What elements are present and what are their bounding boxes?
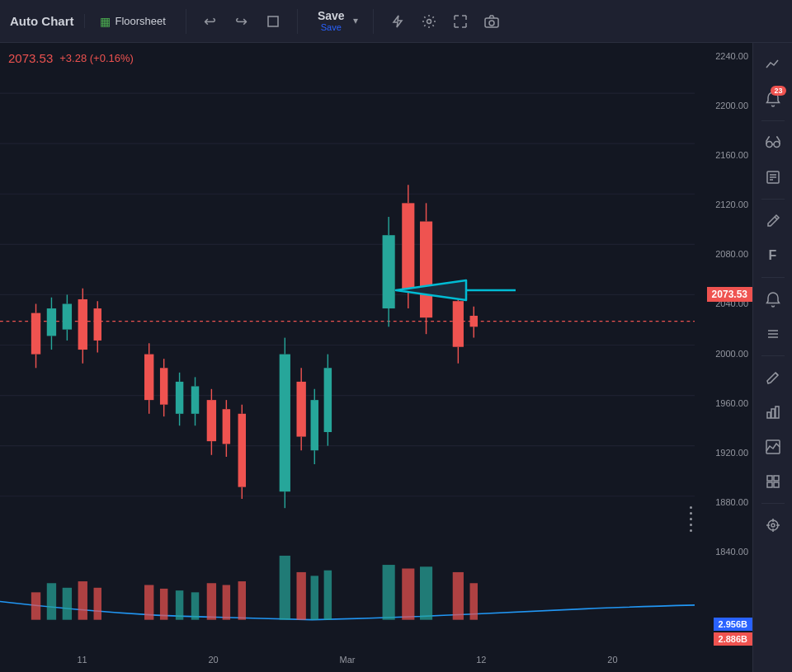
svg-rect-81 — [94, 588, 101, 620]
svg-rect-90 — [297, 572, 306, 620]
svg-rect-80 — [78, 581, 87, 620]
svg-rect-113 — [774, 476, 779, 481]
svg-rect-59 — [324, 368, 332, 432]
flag-icon[interactable]: F — [758, 241, 788, 270]
svg-rect-0 — [268, 16, 278, 26]
svg-rect-26 — [94, 308, 101, 341]
svg-rect-74 — [470, 316, 478, 327]
x-label-11: 11 — [77, 655, 87, 665]
svg-rect-89 — [280, 556, 290, 620]
pen-draw-icon[interactable] — [758, 206, 788, 236]
svg-point-117 — [771, 524, 775, 527]
target-icon[interactable] — [758, 510, 788, 540]
settings-button[interactable] — [417, 9, 441, 34]
svg-rect-32 — [160, 368, 167, 404]
svg-rect-17 — [47, 308, 56, 336]
svg-rect-83 — [160, 589, 167, 620]
svg-rect-93 — [383, 565, 395, 620]
svg-rect-29 — [144, 355, 153, 401]
y-label: 1840.00 — [699, 547, 748, 557]
svg-point-99 — [766, 142, 772, 148]
svg-rect-108 — [767, 412, 771, 418]
notification-badge: 23 — [771, 86, 785, 96]
volume-blue-badge: 2.956B — [714, 618, 752, 631]
sidebar-divider-3 — [761, 277, 785, 278]
y-label: 2160.00 — [699, 150, 748, 160]
newspaper-icon[interactable] — [758, 162, 788, 192]
svg-rect-111 — [766, 440, 780, 453]
y-label: 2120.00 — [699, 200, 748, 209]
svg-rect-47 — [238, 414, 246, 487]
svg-rect-86 — [207, 583, 216, 619]
svg-rect-50 — [280, 355, 290, 492]
svg-rect-91 — [311, 576, 318, 619]
bar-chart-icon[interactable] — [758, 397, 788, 427]
svg-rect-38 — [191, 386, 199, 413]
x-label-mar: Mar — [339, 655, 355, 665]
save-button[interactable]: Save Save — [313, 8, 350, 34]
svg-rect-53 — [297, 382, 306, 437]
price-change: +3.28 (+0.16%) — [59, 52, 134, 64]
expand-button[interactable] — [448, 9, 473, 34]
svg-rect-115 — [774, 482, 779, 487]
y-label: 2240.00 — [699, 51, 748, 61]
svg-rect-56 — [311, 400, 318, 450]
svg-rect-14 — [31, 313, 40, 355]
divider-1 — [186, 9, 186, 34]
undo-button[interactable]: ↩ — [198, 9, 223, 34]
chart-svg — [0, 43, 695, 647]
x-axis: 11 20 Mar 12 20 — [0, 647, 695, 672]
divider-3 — [373, 9, 374, 34]
square-button[interactable] — [261, 9, 285, 34]
x-label-12: 12 — [476, 655, 486, 665]
svg-rect-95 — [420, 566, 432, 619]
current-price: 2073.53 — [8, 51, 53, 65]
camera-button[interactable] — [479, 9, 504, 34]
save-group: Save Save ▾ — [313, 8, 361, 34]
binoculars-icon[interactable] — [758, 128, 788, 157]
x-label-20b: 20 — [607, 655, 617, 665]
floorsheet-tab[interactable]: ▦ Floorsheet — [92, 12, 174, 31]
notification-icon[interactable]: 23 — [758, 84, 788, 114]
arrow-annotation — [388, 272, 520, 313]
svg-rect-97 — [470, 583, 478, 619]
svg-rect-109 — [771, 409, 775, 418]
y-axis-dots — [690, 506, 695, 532]
y-label: 2200.00 — [699, 101, 748, 110]
svg-rect-96 — [453, 572, 464, 620]
y-axis: 2240.00 2200.00 2160.00 2120.00 2080.00 … — [695, 43, 752, 565]
flash-button[interactable] — [385, 9, 410, 34]
x-label-20: 20 — [208, 655, 218, 665]
svg-rect-77 — [31, 592, 40, 619]
grid-icon[interactable] — [758, 467, 788, 496]
edit-icon[interactable] — [758, 363, 788, 392]
divider-2 — [297, 9, 298, 34]
right-sidebar: 23 — [752, 43, 792, 672]
sidebar-divider-2 — [761, 199, 785, 200]
tab-icon: ▦ — [100, 15, 111, 28]
y-label: 1920.00 — [699, 448, 748, 458]
svg-rect-20 — [63, 304, 72, 330]
svg-rect-82 — [144, 585, 153, 619]
sidebar-divider-5 — [761, 503, 785, 504]
redo-button[interactable]: ↪ — [229, 9, 254, 34]
svg-rect-110 — [776, 406, 779, 418]
svg-point-100 — [774, 142, 780, 148]
y-label: 2080.00 — [699, 249, 748, 259]
svg-rect-41 — [207, 400, 216, 441]
layers-icon[interactable] — [758, 319, 788, 349]
svg-rect-85 — [191, 592, 199, 619]
bell-icon[interactable] — [758, 284, 788, 314]
toolbar: Auto Chart ▦ Floorsheet ↩ ↪ Save Save ▾ — [0, 0, 792, 43]
svg-rect-84 — [176, 590, 183, 620]
sidebar-divider-1 — [761, 120, 785, 121]
svg-rect-92 — [324, 571, 332, 620]
y-label: 1880.00 — [699, 497, 748, 507]
chart-line-icon[interactable] — [758, 49, 788, 79]
svg-rect-35 — [176, 382, 183, 414]
save-dropdown-button[interactable]: ▾ — [350, 13, 361, 28]
chart-container: 2073.53 +3.28 (+0.16%) — [0, 43, 752, 672]
area-chart-icon[interactable] — [758, 432, 788, 462]
tab-label: Floorsheet — [116, 15, 166, 27]
main-area: 2073.53 +3.28 (+0.16%) — [0, 43, 792, 672]
